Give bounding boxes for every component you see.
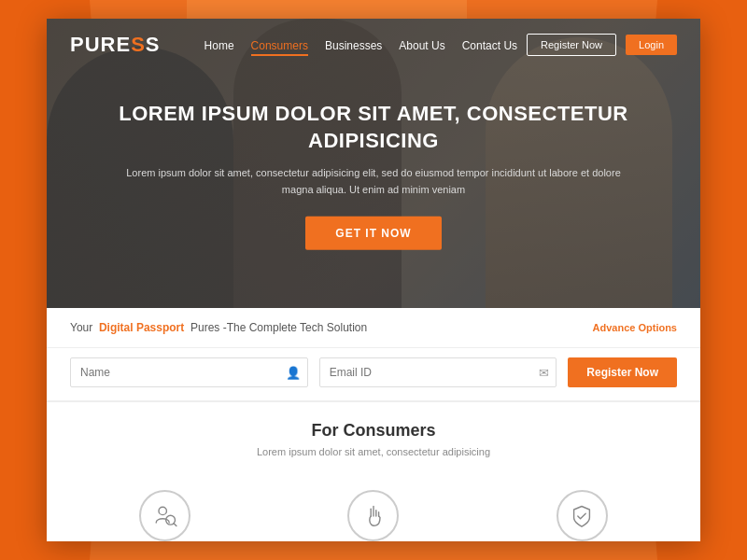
name-field-container: 👤: [70, 357, 308, 387]
consumers-title: For Consumers: [75, 421, 672, 441]
search-bar-suffix: Pures -The Complete Tech Solution: [190, 321, 367, 334]
hero-section: PURESS Home Consumers Businesses About U…: [47, 19, 700, 308]
consumers-subtitle: Lorem ipsum dolor sit amet, consectetur …: [75, 446, 672, 457]
nav-item-home[interactable]: Home: [204, 36, 234, 53]
advance-options-link[interactable]: Advance Options: [593, 322, 677, 333]
logo-highlight: S: [131, 33, 146, 56]
hero-title: LOREM IPSUM DOLOR SIT AMET, CONSECTETUR …: [112, 101, 635, 154]
user-icon: 👤: [286, 366, 301, 380]
nav-link-about[interactable]: About Us: [399, 39, 444, 52]
feature-card-3: Lorem ipsum dolor sit amet, consectetur …: [487, 485, 677, 541]
feature-card-1: Lorem ipsum dolor sit amet, consectetur …: [70, 485, 260, 541]
logo: PURESS: [70, 33, 161, 57]
hero-subtitle: Lorem ipsum dolor sit amet, consectetur …: [112, 165, 635, 198]
nav-link-home[interactable]: Home: [204, 39, 234, 52]
nav-item-about[interactable]: About Us: [399, 36, 444, 53]
nav-item-contact[interactable]: Contact Us: [462, 36, 517, 53]
email-icon: ✉: [539, 366, 549, 380]
nav-link-contact[interactable]: Contact Us: [462, 39, 517, 52]
email-field-container: ✉: [319, 357, 557, 387]
shield-check-icon: [557, 490, 608, 541]
main-container: PURESS Home Consumers Businesses About U…: [47, 19, 700, 541]
search-bar: Your Digital Passport Pures -The Complet…: [47, 308, 700, 348]
register-now-form-button[interactable]: Register Now: [568, 357, 677, 387]
login-button[interactable]: Login: [626, 35, 677, 55]
email-input[interactable]: [319, 357, 557, 387]
search-bar-highlight: Digital Passport: [99, 321, 184, 334]
nav-item-businesses[interactable]: Businesses: [325, 36, 382, 53]
nav-link-businesses[interactable]: Businesses: [325, 39, 382, 52]
svg-point-0: [159, 507, 166, 514]
navbar: PURESS Home Consumers Businesses About U…: [47, 19, 700, 71]
registration-form-row: 👤 ✉ Register Now: [47, 348, 700, 402]
nav-item-consumers[interactable]: Consumers: [251, 36, 308, 53]
name-input[interactable]: [70, 357, 308, 387]
nav-link-consumers[interactable]: Consumers: [251, 39, 308, 56]
svg-line-2: [174, 523, 176, 525]
feature-card-2: Lorem ipsum dolor sit amet, consectetur …: [278, 485, 468, 541]
nav-links: Home Consumers Businesses About Us Conta…: [204, 36, 517, 53]
features-row: Lorem ipsum dolor sit amet, consectetur …: [47, 485, 700, 541]
hero-content: LOREM IPSUM DOLOR SIT AMET, CONSECTETUR …: [112, 101, 635, 250]
search-bar-prefix: Your: [70, 321, 92, 334]
hand-touch-icon: [347, 490, 399, 541]
get-it-now-button[interactable]: GET IT NOW: [305, 217, 441, 250]
register-now-button[interactable]: Register Now: [527, 34, 616, 56]
consumers-section: For Consumers Lorem ipsum dolor sit amet…: [47, 402, 700, 485]
search-bar-text: Your Digital Passport Pures -The Complet…: [70, 321, 367, 334]
search-person-icon: [139, 490, 190, 541]
